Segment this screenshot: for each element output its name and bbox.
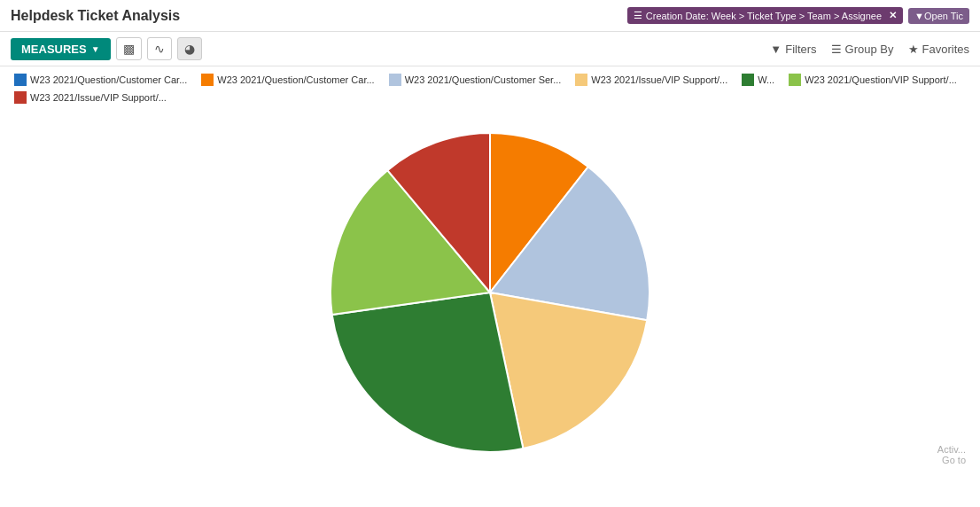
- star-icon: ★: [908, 43, 919, 56]
- filter-breadcrumb-tag[interactable]: ☰ Creation Date: Week > Ticket Type > Te…: [627, 7, 903, 24]
- filter-tag-label: Creation Date: Week > Ticket Type > Team…: [646, 11, 882, 21]
- bottom-right-info: Activ... Go to: [937, 444, 966, 465]
- legend-item-label: W...: [758, 74, 774, 85]
- legend-color-swatch: [789, 74, 801, 86]
- groupby-button[interactable]: ☰ Group By: [831, 43, 894, 56]
- pie-chart-svg: [304, 120, 676, 465]
- toolbar-right: ▼ Filters ☰ Group By ★ Favorites: [770, 43, 969, 56]
- chart-area: Activ... Go to: [0, 111, 980, 474]
- toolbar: MEASURES ▼ ▩ ∿ ◕ ▼ Filters ☰ Group By ★ …: [0, 32, 980, 66]
- activity-label: Activ...: [937, 444, 966, 455]
- page-header: Helpdesk Ticket Analysis ☰ Creation Date…: [0, 0, 980, 32]
- goto-label: Go to: [937, 455, 966, 465]
- bar-chart-icon: ▩: [123, 42, 135, 56]
- chart-legend: W23 2021/Question/Customer Car... W23 20…: [0, 66, 980, 111]
- toolbar-left: MEASURES ▼ ▩ ∿ ◕: [11, 37, 202, 60]
- filter-icon: ☰: [634, 10, 642, 21]
- line-chart-button[interactable]: ∿: [147, 37, 172, 60]
- pie-chart-icon: ◕: [184, 42, 195, 56]
- legend-item-label: W23 2021/Question/VIP Support/...: [805, 74, 957, 85]
- legend-color-swatch: [14, 91, 27, 104]
- pie-segment[interactable]: [332, 292, 524, 452]
- favorites-label: Favorites: [922, 43, 969, 56]
- legend-item: W23 2021/Issue/VIP Support/...: [14, 91, 167, 104]
- legend-item-label: W23 2021/Question/Customer Ser...: [405, 74, 562, 85]
- line-chart-icon: ∿: [154, 42, 165, 56]
- legend-color-swatch: [575, 74, 587, 86]
- pie-chart-button[interactable]: ◕: [177, 37, 202, 60]
- groupby-label: Group By: [845, 43, 894, 56]
- legend-item: W23 2021/Question/VIP Support/...: [789, 74, 957, 86]
- legend-item-label: W23 2021/Question/Customer Car...: [217, 74, 374, 85]
- header-right: ☰ Creation Date: Week > Ticket Type > Te…: [627, 7, 969, 24]
- legend-item: W23 2021/Question/Customer Ser...: [389, 74, 562, 86]
- funnel-icon: ▼: [914, 11, 924, 21]
- page-title: Helpdesk Ticket Analysis: [11, 8, 180, 24]
- favorites-button[interactable]: ★ Favorites: [908, 43, 969, 56]
- open-ticket-tag[interactable]: ▼ Open Tic: [908, 8, 969, 24]
- bar-chart-button[interactable]: ▩: [116, 37, 142, 60]
- legend-item: W23 2021/Question/Customer Car...: [201, 74, 374, 86]
- legend-item-label: W23 2021/Issue/VIP Support/...: [30, 92, 167, 103]
- measures-button[interactable]: MEASURES ▼: [11, 38, 111, 60]
- filters-button[interactable]: ▼ Filters: [770, 43, 816, 56]
- filters-label: Filters: [785, 43, 816, 56]
- legend-item: W23 2021/Question/Customer Car...: [14, 74, 187, 86]
- legend-item: W23 2021/Issue/VIP Support/...: [575, 74, 727, 86]
- measures-label: MEASURES: [21, 43, 87, 56]
- legend-color-swatch: [14, 74, 27, 86]
- open-ticket-label: Open Tic: [924, 11, 963, 21]
- groupby-icon: ☰: [831, 43, 842, 56]
- legend-item-label: W23 2021/Issue/VIP Support/...: [591, 74, 727, 85]
- measures-arrow-icon: ▼: [91, 44, 100, 54]
- filter-funnel-icon: ▼: [770, 43, 782, 56]
- legend-item: W...: [742, 74, 774, 86]
- legend-color-swatch: [742, 74, 754, 86]
- legend-color-swatch: [389, 74, 401, 86]
- legend-color-swatch: [201, 74, 214, 86]
- filter-tag-close[interactable]: ✕: [889, 10, 897, 21]
- legend-item-label: W23 2021/Question/Customer Car...: [30, 74, 187, 85]
